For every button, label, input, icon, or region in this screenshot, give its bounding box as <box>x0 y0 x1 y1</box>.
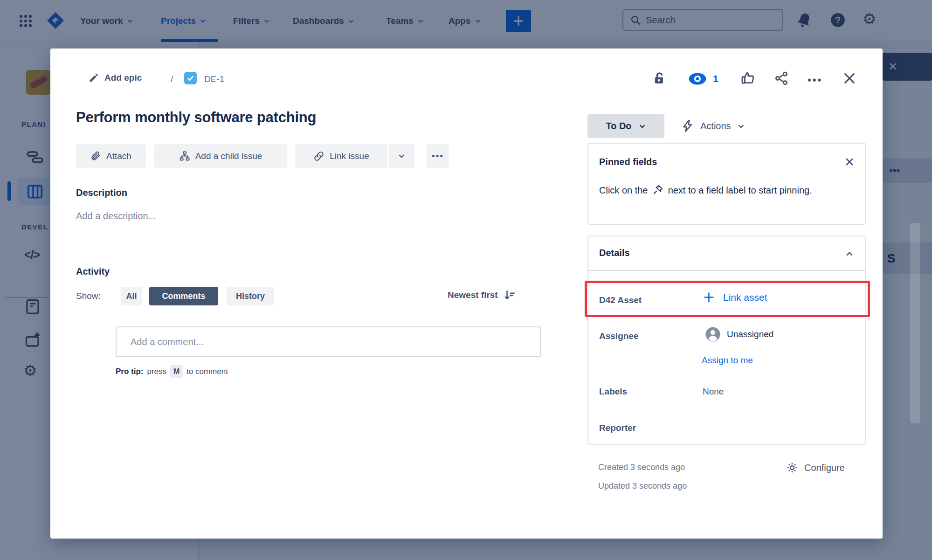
pinned-body-before: Click on the <box>599 185 648 195</box>
description-placeholder[interactable]: Add a description... <box>76 211 156 221</box>
add-epic-button[interactable]: Add epic <box>89 73 142 83</box>
add-epic-label: Add epic <box>104 73 142 83</box>
breadcrumb-separator: / <box>171 74 173 84</box>
sort-descending-icon <box>504 289 516 301</box>
comment-input[interactable] <box>131 337 526 347</box>
eye-icon <box>688 72 707 85</box>
actions-label: Actions <box>700 121 731 131</box>
pinned-fields-close-icon[interactable] <box>844 156 855 167</box>
issue-title[interactable]: Perform monthly software patching <box>76 109 566 126</box>
filter-comments-label: Comments <box>162 291 205 301</box>
show-label: Show: <box>76 291 101 301</box>
share-icon[interactable] <box>774 71 789 86</box>
issue-modal: Add epic / DE-1 1 <box>50 48 883 539</box>
filter-history-button[interactable]: History <box>227 287 274 305</box>
more-actions-icon[interactable]: ••• <box>808 74 822 86</box>
pinned-fields-body: Click on the next to a field label to st… <box>599 182 856 199</box>
configure-label: Configure <box>804 463 845 473</box>
updated-timestamp: Updated 3 seconds ago <box>598 481 687 491</box>
board-column-strip <box>910 223 920 423</box>
status-label: To Do <box>606 121 631 131</box>
protip-end: to comment <box>186 367 228 376</box>
assignee-value[interactable]: Unassigned <box>705 326 773 342</box>
activity-heading: Activity <box>76 266 110 277</box>
unlock-icon[interactable] <box>652 70 667 85</box>
assignee-name: Unassigned <box>727 329 773 339</box>
attach-label: Attach <box>106 151 131 161</box>
actions-dropdown[interactable]: Actions <box>681 114 745 138</box>
reporter-label: Reporter <box>599 423 636 433</box>
protip-bold: Pro tip: <box>116 367 144 376</box>
watchers-button[interactable]: 1 <box>688 72 718 85</box>
child-issues-icon <box>179 151 190 162</box>
chevron-down-icon <box>737 122 745 130</box>
link-icon <box>313 151 324 162</box>
like-icon[interactable] <box>740 70 755 85</box>
comment-field[interactable] <box>116 326 541 357</box>
pencil-icon <box>89 73 99 83</box>
filter-comments-button[interactable]: Comments <box>149 287 218 305</box>
toolbar-more-button[interactable]: ••• <box>427 144 449 168</box>
protip: Pro tip: press M to comment <box>116 365 228 378</box>
add-child-issue-label: Add a child issue <box>195 151 262 161</box>
labels-value[interactable]: None <box>703 387 724 397</box>
configure-button[interactable]: Configure <box>786 461 845 474</box>
check-icon <box>187 75 194 82</box>
chevron-down-icon <box>638 122 646 130</box>
pinned-fields-title: Pinned fields <box>599 157 657 167</box>
details-panel: Details D42 Asset Link asset Assignee Un… <box>587 235 866 445</box>
pinned-fields-panel: Pinned fields Click on the next to a fie… <box>587 143 866 225</box>
sort-order-button[interactable]: Newest first <box>448 289 516 301</box>
status-dropdown[interactable]: To Do <box>587 114 664 138</box>
d42-highlight-annotation <box>585 281 870 317</box>
filter-all-label: All <box>126 291 137 301</box>
avatar-icon <box>705 326 721 342</box>
pin-icon <box>652 184 663 195</box>
description-heading: Description <box>76 187 127 198</box>
attach-button[interactable]: Attach <box>76 144 146 168</box>
link-issue-button[interactable]: Link issue <box>295 144 387 168</box>
task-type-icon[interactable] <box>184 72 197 84</box>
filter-history-label: History <box>236 291 265 301</box>
paperclip-icon <box>90 151 101 161</box>
created-timestamp: Created 3 seconds ago <box>598 463 685 472</box>
labels-label: Labels <box>599 387 627 397</box>
keyboard-shortcut-m: M <box>170 365 183 378</box>
watch-count: 1 <box>713 73 718 84</box>
add-child-issue-button[interactable]: Add a child issue <box>154 144 287 168</box>
assign-to-me-link[interactable]: Assign to me <box>702 355 753 366</box>
link-issue-dropdown[interactable] <box>389 144 414 168</box>
lightning-icon <box>681 119 694 133</box>
filter-all-button[interactable]: All <box>121 287 142 305</box>
sort-label: Newest first <box>448 290 498 300</box>
assignee-label: Assignee <box>599 331 638 341</box>
jira-issue-page: Your work Projects Filters Dashboards Te… <box>0 0 932 560</box>
details-header[interactable]: Details <box>588 236 865 271</box>
details-title: Details <box>599 248 630 258</box>
close-modal-icon[interactable] <box>842 71 857 86</box>
protip-press: press <box>147 367 167 376</box>
link-issue-label: Link issue <box>330 151 369 161</box>
issue-key[interactable]: DE-1 <box>204 74 224 84</box>
pinned-body-after: next to a field label to start pinning. <box>668 185 812 195</box>
gear-icon <box>786 461 799 474</box>
chevron-up-icon <box>845 249 854 259</box>
chevron-down-icon <box>398 152 406 160</box>
